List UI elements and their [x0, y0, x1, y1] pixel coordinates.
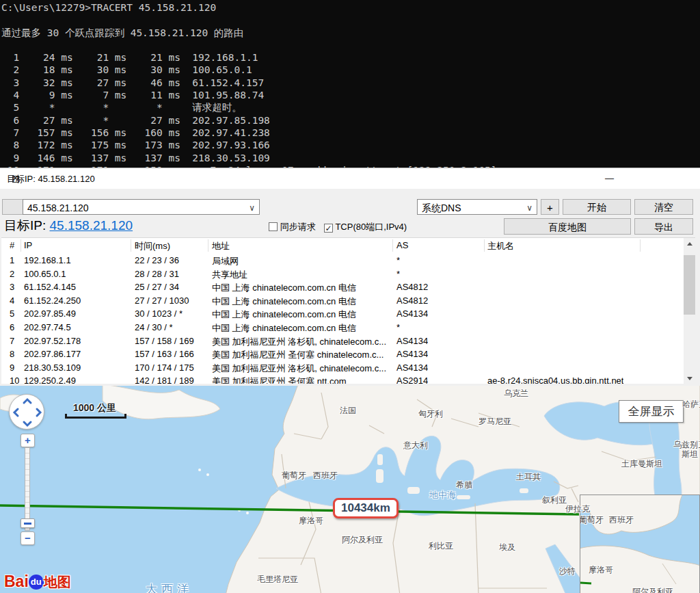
table-row[interactable]: 9218.30.53.109170 / 174 / 175美国 加利福尼亚州 洛…	[1, 361, 695, 375]
col-header-host[interactable]: 主机名	[487, 240, 514, 252]
cell-num: 3	[10, 282, 14, 292]
cell-host: ae-8.r24.snjsca04.us.bb.gin.ntt.net	[487, 375, 623, 384]
screen: C:\Users\12279>TRACERT 45.158.21.120 通过最…	[0, 0, 700, 593]
add-button[interactable]: +	[541, 199, 559, 215]
cell-as: AS4134	[396, 308, 428, 319]
cell-addr: 中国 上海 chinatelecom.com.cn 电信	[212, 282, 391, 294]
target-ip-link[interactable]: 45.158.21.120	[50, 218, 133, 233]
scale-label: 1000 公里	[73, 402, 116, 414]
cell-as: *	[396, 255, 400, 265]
cell-addr: 美国 加利福尼亚州 圣何塞 chinatelecom.c...	[212, 349, 391, 361]
inset-map-label: 葡萄牙	[580, 514, 604, 526]
map-label: 西班牙	[313, 470, 338, 482]
cell-addr: 美国 加利福尼亚州 洛杉矶, chinatelecom.c...	[212, 336, 391, 348]
cell-addr: 共享地址	[212, 269, 391, 281]
cell-time: 22 / 23 / 36	[135, 255, 179, 265]
table-row[interactable]: 7202.97.52.178157 / 158 / 169美国 加利福尼亚州 洛…	[1, 334, 695, 348]
table-row[interactable]: 461.152.24.25027 / 27 / 1030中国 上海 chinat…	[1, 294, 695, 308]
table-header: # IP 时间(ms) 地址 AS 主机名	[1, 238, 695, 253]
cell-time: 28 / 28 / 31	[135, 269, 179, 279]
cell-num: 8	[10, 349, 14, 359]
map-label: 哈萨克	[682, 399, 700, 410]
cell-addr: 美国 加利福尼亚州 圣何塞 ntt.com	[212, 375, 391, 384]
map-label: 伊拉克	[565, 503, 590, 515]
tcp-checkbox[interactable]: ✓ TCP(80端口,IPv4)	[324, 221, 407, 233]
map-label: 土库曼斯坦	[621, 458, 662, 470]
column-divider	[640, 239, 641, 252]
baidu-logo[interactable]: Baidu地图	[4, 572, 71, 592]
map-label: 大西洋	[146, 581, 193, 593]
cell-addr: 中国 上海 chinatelecom.com.cn 电信	[212, 322, 391, 334]
map-label: 罗马尼亚	[479, 416, 511, 427]
cell-as: AS4134	[396, 363, 428, 373]
map-label: 乌克兰	[504, 388, 528, 399]
cell-time: 142 / 181 / 189	[135, 375, 194, 384]
map-label: 法国	[340, 405, 356, 417]
start-button[interactable]: 开始	[563, 199, 631, 215]
cell-addr: 中国 上海 chinatelecom.com.cn 电信	[212, 295, 391, 308]
zoom-in-button[interactable]: +	[21, 434, 35, 447]
map-label: 葡萄牙	[282, 470, 306, 482]
clear-button[interactable]: 清空	[634, 199, 693, 215]
map-label: 希腊	[456, 479, 472, 491]
target-ip-line: 目标IP: 45.158.21.120	[4, 217, 133, 235]
map-label: 地中海	[429, 489, 456, 501]
scroll-up-icon[interactable]	[684, 238, 695, 250]
col-header-as[interactable]: AS	[396, 240, 408, 250]
dns-combobox[interactable]: 系统DNS ∨	[417, 199, 537, 215]
target-ip-combobox[interactable]: 45.158.21.120 ∨	[23, 199, 260, 215]
cell-as: AS4134	[396, 349, 428, 359]
export-button[interactable]: 导出	[634, 218, 693, 235]
target-ip-label: 目标IP:	[4, 218, 50, 233]
cell-addr: 美国 加利福尼亚州 洛杉矶, chinatelecom.c...	[212, 363, 391, 375]
inset-map-label: 西班牙	[609, 514, 634, 526]
distance-tooltip: 10434km	[333, 498, 399, 518]
titlebar: 目标IP: 45.158.21.120 — ✕	[0, 168, 700, 189]
cell-addr: 中国 上海 chinatelecom.com.cn 电信	[212, 308, 391, 321]
table-row[interactable]: 5202.97.85.4930 / 1023 / *中国 上海 chinatel…	[1, 307, 695, 321]
table-row[interactable]: 361.152.4.14525 / 27 / 34中国 上海 chinatele…	[1, 280, 695, 294]
pan-control[interactable]	[9, 394, 44, 430]
table-row[interactable]: 6202.97.74.524 / 30 / *中国 上海 chinateleco…	[1, 321, 695, 334]
map-label: 叙利亚	[542, 495, 567, 506]
dns-value: 系统DNS	[422, 201, 461, 215]
cell-time: 27 / 27 / 1030	[135, 295, 189, 306]
table-scrollbar[interactable]	[684, 238, 695, 384]
inset-minimap[interactable]: 葡萄牙西班牙摩洛哥阿尔及利亚	[580, 495, 700, 593]
pan-arrows-icon	[10, 395, 45, 430]
zoom-slider-thumb[interactable]	[21, 518, 35, 528]
map-label: 埃及	[499, 542, 515, 553]
baidu-map-button[interactable]: 百度地图	[504, 218, 631, 235]
scroll-down-icon[interactable]	[684, 373, 695, 384]
cell-num: 5	[10, 308, 14, 319]
minimize-button[interactable]: —	[594, 168, 625, 189]
cell-num: 10	[10, 375, 19, 384]
cell-num: 2	[10, 269, 14, 279]
column-divider	[484, 239, 485, 252]
table-row[interactable]: 2100.65.0.128 / 28 / 31共享地址*	[1, 267, 695, 281]
scrollbar-thumb[interactable]	[684, 255, 695, 315]
col-header-addr[interactable]: 地址	[212, 240, 230, 252]
col-header-time[interactable]: 时间(ms)	[135, 240, 170, 252]
table-row[interactable]: 8202.97.86.177157 / 163 / 166美国 加利福尼亚州 圣…	[1, 347, 695, 361]
cell-addr: 局域网	[212, 255, 391, 267]
map-label: 意大利	[403, 440, 428, 451]
sync-request-label: 同步请求	[280, 222, 316, 232]
table-row[interactable]: 10129.250.2.49142 / 181 / 189美国 加利福尼亚州 圣…	[1, 374, 695, 384]
sync-request-checkbox[interactable]: 同步请求	[269, 221, 316, 233]
map-label: 阿尔及利亚	[342, 534, 383, 546]
col-header-ip[interactable]: IP	[24, 240, 32, 250]
table-row[interactable]: 1192.168.1.122 / 23 / 36局域网*	[1, 254, 695, 267]
terminal-output: C:\Users\12279>TRACERT 45.158.21.120 通过最…	[0, 0, 700, 168]
close-button[interactable]: ✕	[0, 168, 31, 189]
col-header-num[interactable]: #	[10, 240, 14, 250]
fullscreen-button[interactable]: 全屏显示	[619, 400, 684, 423]
map-label: 土耳其	[516, 471, 541, 483]
cell-time: 157 / 158 / 169	[135, 336, 194, 346]
app-window: 目标IP: 45.158.21.120 — ✕ 本机网络 45.158.21.1…	[0, 168, 700, 593]
cell-num: 7	[10, 336, 14, 346]
zoom-out-button[interactable]: −	[21, 531, 35, 545]
cell-time: 157 / 163 / 166	[135, 349, 194, 359]
map-canvas[interactable]: 1000 公里 + − 全屏显示 10434km 葡萄牙西班牙摩洛哥阿尔及利亚	[0, 386, 700, 593]
cell-time: 25 / 27 / 34	[135, 282, 179, 292]
